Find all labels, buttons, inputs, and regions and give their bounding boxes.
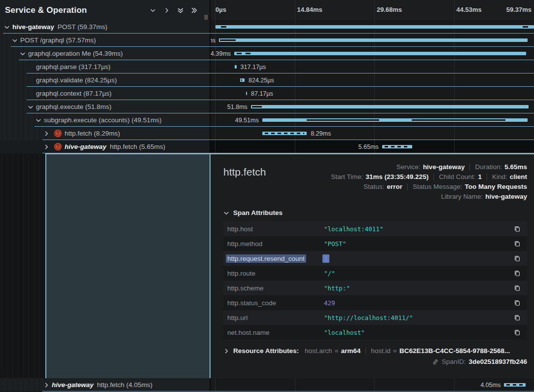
ruler-tick-label: 0µs [215,6,226,13]
child-span-marker [220,39,236,41]
chevron-down-icon [223,210,229,216]
chevron-down-icon[interactable] [20,51,26,57]
span-detail-panel: http.fetch Service:hive-gatewayDuration:… [211,153,534,378]
span-tree-row[interactable]: !hive-gatewayhttp.fetch (5.65ms)5.65ms [0,140,534,153]
span-duration-bar[interactable] [246,92,247,95]
attribute-value: "http://localhost:4011/" [324,314,513,321]
copy-icon[interactable] [513,240,521,248]
copy-icon[interactable] [513,328,521,336]
chevron-right-icon[interactable] [43,131,49,137]
attribute-row: http.request.resend_count1 [223,251,527,266]
span-duration-bar[interactable] [215,25,534,29]
span-name-cell[interactable]: hive-gatewayPOST (59.37ms) [0,20,211,34]
chevron-right-icon [223,348,229,354]
chevron-down-icon[interactable] [4,24,10,30]
span-name-cell[interactable]: !http.fetch (8.29ms) [0,127,211,140]
link-icon[interactable] [432,358,439,365]
metadata-label: Start Time: [331,173,363,180]
span-label: hive-gatewayPOST (59.37ms) [12,23,107,31]
metadata-label: Kind: [492,173,507,180]
span-name-cell[interactable]: subgraph.execute (accounts) (49.51ms) [0,113,211,127]
span-name-cell[interactable]: graphql.validate (824.25µs) [0,73,211,87]
panel-resize-handle[interactable]: || [204,14,208,20]
timeline-cell: 57.57ms [211,34,534,47]
copy-icon[interactable] [513,284,521,292]
span-duration-bar[interactable] [262,118,528,122]
span-tree-row[interactable]: graphql.operation Me (54.39ms)54.39ms [0,47,534,60]
chevron-down-icon[interactable] [12,37,18,43]
span-label: graphql.execute (51.8ms) [36,103,111,110]
chevron-down-icon[interactable] [28,104,34,110]
span-rows: hive-gatewayPOST (59.37ms)POST /graphql … [0,20,534,153]
attribute-value: "http:" [324,285,513,292]
operation-name: POST /graphql (57.57ms) [20,36,96,44]
span-duration-bar[interactable] [235,65,236,69]
timeline-cell [211,20,534,34]
chevron-right-icon[interactable] [163,6,170,14]
span-duration-bar[interactable] [382,145,412,148]
span-name-cell[interactable]: graphql.context (87.17µs) [0,87,211,100]
span-attributes-table: http.host"localhost:4011"http.method"POS… [223,221,527,340]
span-label: graphql.validate (824.25µs) [36,76,117,84]
span-tree-row[interactable]: hive-gatewayhttp.fetch (4.05ms)4.05ms [0,378,534,392]
chevron-down-icon[interactable] [149,6,156,14]
span-tree-row[interactable]: subgraph.execute (accounts) (49.51ms)49.… [0,113,534,127]
tree-controls [149,6,198,14]
span-tree-row[interactable]: !http.fetch (8.29ms)8.29ms [0,127,534,140]
equals-sign: = [335,347,339,355]
row-underline [11,46,534,47]
resource-attributes-header[interactable]: Resource Attributes: [233,347,299,355]
operation-name: http.fetch (4.05ms) [97,381,153,389]
timeline-cell: 54.39ms [211,47,534,60]
attribute-row: http.method"POST" [223,236,527,251]
span-duration-bar[interactable] [234,52,526,55]
span-name-cell[interactable]: graphql.operation Me (54.39ms) [0,47,211,60]
span-id-label: SpanID: [442,358,466,365]
span-name-cell[interactable]: graphql.parse (317.17µs) [0,60,211,73]
operation-name: http.fetch (8.29ms) [65,130,120,137]
span-title: http.fetch [223,160,266,178]
copy-icon[interactable] [513,299,521,307]
span-attributes-header[interactable]: Span Attributes [223,209,527,216]
timeline-cell: 5.65ms [211,140,534,153]
metadata-line: Service:hive-gatewayDuration:5.65ms [331,163,527,171]
span-name-cell[interactable]: POST /graphql (57.57ms) [0,34,211,47]
span-tree-row[interactable]: hive-gatewayPOST (59.37ms) [0,20,534,34]
span-tree-row[interactable]: graphql.execute (51.8ms)51.8ms [0,100,534,113]
separator [469,164,470,171]
span-tree-row[interactable]: graphql.context (87.17µs)87.17µs [0,87,534,100]
span-duration-bar[interactable] [251,105,529,108]
attribute-row: http.status_code429 [223,295,527,310]
copy-icon[interactable] [513,225,521,233]
double-chevron-right-icon[interactable] [190,6,198,14]
double-chevron-down-icon[interactable] [177,6,184,14]
span-duration-bar[interactable] [504,383,526,387]
operation-name: subgraph.execute (accounts) (49.51ms) [44,116,162,124]
attribute-key: http.request.resend_count [227,255,324,262]
metadata-label: Duration: [475,163,502,171]
child-span-marker [221,26,226,28]
span-name-cell[interactable]: !hive-gatewayhttp.fetch (5.65ms) [0,140,211,153]
duration-label: 87.17µs [251,90,273,97]
copy-icon[interactable] [513,254,521,262]
trace-viewer: Service & Operation || 0µs14.84ms29.68ms… [0,0,534,392]
resource-key: host.arch [305,347,332,355]
span-name-cell[interactable]: hive-gatewayhttp.fetch (4.05ms) [0,378,211,392]
chevron-down-icon[interactable] [36,117,41,123]
span-duration-bar[interactable] [262,132,307,135]
copy-icon[interactable] [513,314,521,321]
span-duration-bar[interactable] [240,78,245,82]
span-tree-row[interactable]: graphql.parse (317.17µs)317.17µs [0,60,534,73]
copy-icon[interactable] [513,269,521,277]
span-tree-row[interactable]: POST /graphql (57.57ms)57.57ms [0,34,534,47]
chevron-right-icon[interactable] [43,382,49,388]
service-name: hive-gateway [65,143,107,150]
operation-name: graphql.execute (51.8ms) [36,103,111,110]
chevron-right-icon[interactable] [43,144,49,150]
span-tree-row[interactable]: graphql.validate (824.25µs)824.25µs [0,73,534,87]
span-duration-bar[interactable] [219,38,528,42]
span-name-cell[interactable]: graphql.execute (51.8ms) [0,100,211,113]
duration-label: 317.17µs [241,64,266,71]
attribute-value: "localhost:4011" [324,225,513,233]
operation-name: http.fetch (5.65ms) [110,143,166,150]
